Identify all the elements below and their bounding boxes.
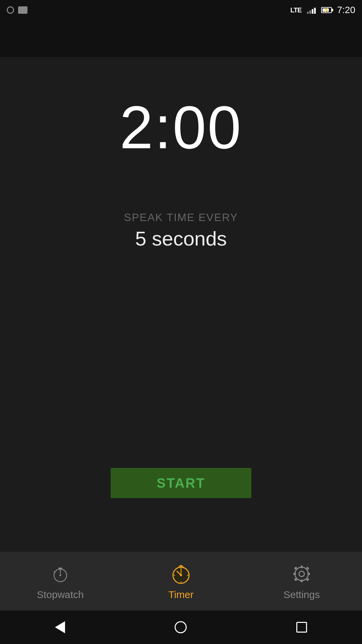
svg-point-17 — [299, 571, 304, 577]
tab-stopwatch[interactable]: Stopwatch — [1, 562, 120, 600]
header-spacer — [0, 20, 362, 57]
status-left-icons — [7, 6, 27, 14]
speak-time-value: 5 seconds — [135, 227, 227, 250]
svg-point-16 — [295, 567, 308, 581]
home-icon — [175, 621, 187, 633]
speak-time-label: SPEAK TIME EVERY — [124, 211, 238, 224]
battery-charging-icon: ⚡ — [323, 7, 329, 13]
back-button[interactable] — [55, 621, 65, 633]
stopwatch-icon — [50, 564, 70, 584]
timer-label: Timer — [168, 589, 194, 600]
recents-icon — [296, 622, 307, 633]
stopwatch-label: Stopwatch — [37, 589, 84, 600]
signal-icon — [307, 6, 316, 14]
lte-icon: LTE — [290, 6, 301, 14]
bottom-nav: Stopwatch — [0, 552, 362, 610]
system-navigation-bar — [0, 610, 362, 644]
battery-icon: ⚡ — [321, 7, 332, 13]
recording-icon — [7, 6, 14, 14]
status-right-icons: LTE ⚡ 7:20 — [290, 5, 355, 15]
svg-rect-3 — [54, 571, 55, 572]
tab-timer[interactable]: Timer — [121, 562, 241, 600]
tab-settings[interactable]: Settings — [242, 562, 361, 600]
settings-icon — [292, 564, 312, 584]
sd-card-icon — [18, 6, 27, 14]
svg-rect-20 — [293, 573, 296, 575]
timer-icon-container — [169, 562, 193, 586]
main-content: 2:00 SPEAK TIME EVERY 5 seconds START — [0, 57, 362, 552]
back-icon — [55, 621, 65, 633]
stopwatch-icon-container — [49, 562, 72, 586]
speak-time-section: SPEAK TIME EVERY 5 seconds — [124, 211, 238, 250]
timer-display: 2:00 — [120, 97, 242, 158]
status-bar: LTE ⚡ 7:20 — [0, 0, 362, 20]
start-button[interactable]: START — [111, 468, 251, 498]
svg-rect-19 — [301, 580, 303, 582]
clock-display: 7:20 — [337, 5, 356, 15]
home-button[interactable] — [175, 621, 187, 633]
settings-label: Settings — [284, 589, 320, 600]
recents-button[interactable] — [296, 622, 307, 633]
timer-icon — [170, 563, 192, 585]
svg-rect-21 — [307, 573, 310, 575]
svg-point-15 — [180, 566, 182, 568]
svg-point-10 — [180, 574, 182, 576]
settings-icon-container — [290, 562, 313, 586]
svg-rect-18 — [301, 566, 303, 568]
